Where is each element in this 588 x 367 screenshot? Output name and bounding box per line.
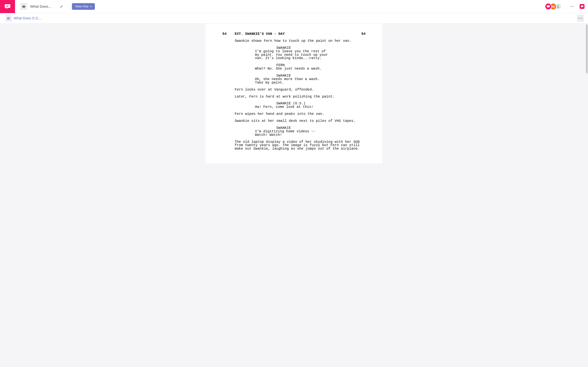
script-page: 54 EXT. SWANKIE'S VAN - DAY 54 Swankie s… xyxy=(206,24,382,163)
action-line: Fern wipes her hand and peaks into the v… xyxy=(235,112,366,116)
dialogue-block: I'm going to leave you the rest of my pa… xyxy=(255,50,337,60)
chevron-down-icon xyxy=(90,5,92,8)
panel-icon xyxy=(7,17,10,20)
scrollbar-thumb[interactable] xyxy=(586,25,588,73)
edit-title-button[interactable] xyxy=(60,5,63,8)
dot-icon xyxy=(578,18,579,19)
dot-icon xyxy=(571,6,572,7)
top-toolbar: What Does... View Only RD xyxy=(0,0,588,13)
action-line: Later, Fern is hard at work polishing th… xyxy=(235,95,366,99)
view-mode-label: View Only xyxy=(75,5,88,8)
tab-bar: What Does O.S.... xyxy=(0,13,588,24)
more-menu-button[interactable] xyxy=(568,3,575,10)
tab-more-button[interactable] xyxy=(577,15,584,22)
tab-label[interactable]: What Does O.S.... xyxy=(14,16,42,20)
action-line: Swankie sits at her small desk next to p… xyxy=(235,119,366,123)
chat-bubble-icon xyxy=(581,5,583,8)
document-viewport: 54 EXT. SWANKIE'S VAN - DAY 54 Swankie s… xyxy=(0,24,588,163)
character-cue: SWANKIE xyxy=(276,126,366,130)
document-title[interactable]: What Does... xyxy=(30,4,51,8)
briefcase-icon xyxy=(22,5,26,8)
feedback-button[interactable] xyxy=(579,4,585,9)
dialogue-block: Ha! Fern, come look at this! xyxy=(255,105,337,109)
svg-point-0 xyxy=(558,5,559,7)
action-line: Swankie shows Fern how to touch up the p… xyxy=(235,39,366,43)
scene-number-right: 54 xyxy=(357,32,366,36)
pencil-icon xyxy=(60,5,63,8)
dot-icon xyxy=(581,18,582,19)
dialogue-block: What? No. She just needs a wash. xyxy=(255,67,337,71)
dialogue-block: Oh, she needs more than a wash. Take my … xyxy=(255,78,337,84)
dot-icon xyxy=(570,6,571,7)
dot-icon xyxy=(573,6,574,7)
svg-rect-2 xyxy=(9,17,10,19)
dialogue-block: I'm digitizing home videos -- Watch! Wat… xyxy=(255,130,337,137)
character-cue: SWANKIE xyxy=(276,46,366,50)
chat-logo-icon xyxy=(4,3,11,10)
tab-icon-button[interactable] xyxy=(5,15,12,22)
avatar-1[interactable] xyxy=(545,3,552,10)
projects-button[interactable] xyxy=(20,3,27,10)
user-icon xyxy=(556,5,560,8)
app-logo[interactable] xyxy=(0,0,15,13)
view-mode-button[interactable]: View Only xyxy=(72,3,95,10)
action-line: Fern looks over at Vanguard, offended. xyxy=(235,88,366,92)
action-line: The old laptop display a video of her sk… xyxy=(235,140,366,151)
scene-heading: EXT. SWANKIE'S VAN - DAY xyxy=(231,32,357,36)
collaborator-avatars: RD xyxy=(545,3,562,10)
svg-rect-1 xyxy=(7,17,8,19)
chat-icon xyxy=(546,5,550,8)
scene-number-left: 54 xyxy=(222,32,231,36)
dot-icon xyxy=(580,18,581,19)
character-cue: SWANKIE xyxy=(276,74,366,78)
scene-heading-row: 54 EXT. SWANKIE'S VAN - DAY 54 xyxy=(222,32,366,36)
